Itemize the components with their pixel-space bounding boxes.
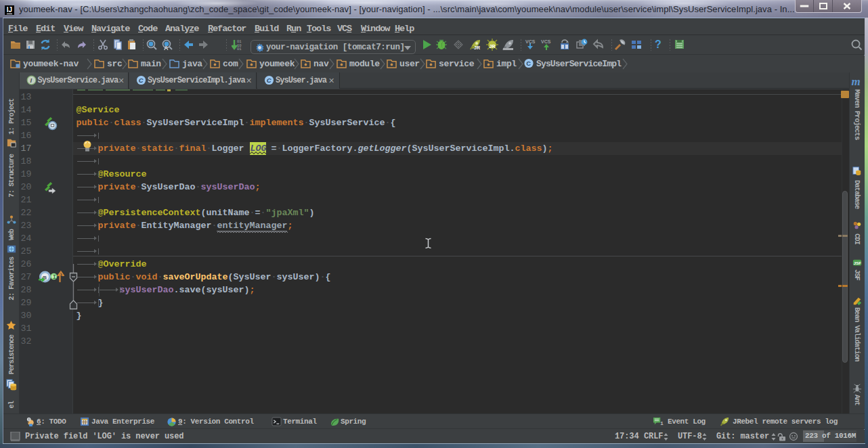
svg-text:JR: JR	[490, 44, 496, 49]
svg-text:VCS: VCS	[525, 39, 536, 44]
svg-text:1: 1	[660, 421, 664, 426]
svg-text:C: C	[139, 77, 144, 84]
svg-text:A: A	[164, 45, 169, 51]
svg-text:JSF: JSF	[853, 261, 861, 265]
svg-text:C: C	[526, 60, 531, 67]
svg-text:C: C	[267, 77, 272, 84]
svg-text:I: I	[52, 274, 56, 281]
svg-text:01: 01	[237, 47, 242, 51]
svg-text:VCS: VCS	[541, 39, 551, 44]
svg-text:I: I	[30, 77, 32, 84]
svg-text:JR: JR	[474, 45, 480, 50]
